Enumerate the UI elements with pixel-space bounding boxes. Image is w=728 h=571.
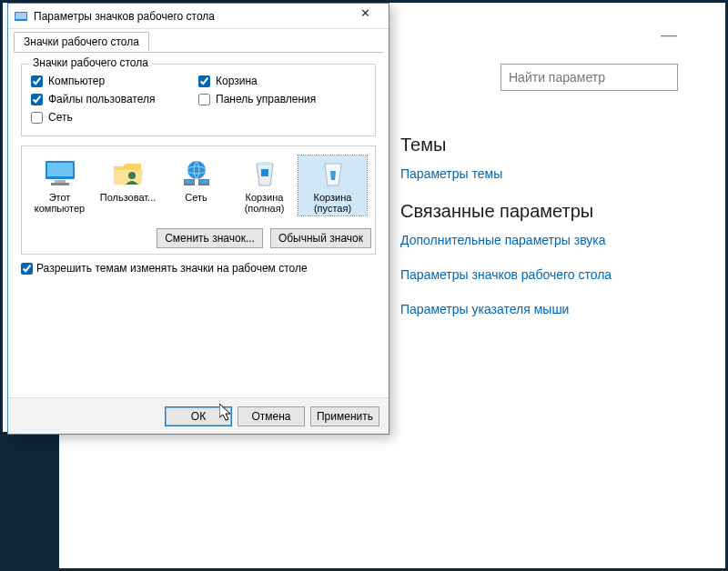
icon-network[interactable]: Сеть [162, 155, 230, 215]
default-icon-button[interactable]: Обычный значок [270, 228, 371, 248]
checkbox-user-files-label: Файлы пользователя [48, 93, 155, 105]
svg-point-7 [187, 161, 206, 179]
checkbox-allow-themes-label: Разрешить темам изменять значки на рабоч… [36, 262, 308, 275]
apply-button[interactable]: Применить [310, 406, 379, 426]
icon-recycle-full-label2: (полная) [232, 203, 297, 214]
group-label: Значки рабочего стола [29, 56, 152, 69]
dialog-icon [14, 9, 28, 24]
group-desktop-icons: Значки рабочего стола Компьютер Файлы по… [21, 64, 376, 136]
monitor-icon [42, 157, 78, 190]
checkbox-recycle-bin[interactable]: Корзина [198, 72, 366, 90]
dialog-footer: ОК Отмена Применить [8, 397, 389, 434]
icon-recycle-bin-empty[interactable]: Корзина (пустая) [298, 155, 367, 215]
svg-rect-1 [15, 13, 26, 19]
search-input[interactable] [500, 64, 678, 91]
tab-desktop-icons[interactable]: Значки рабочего стола [14, 32, 149, 52]
svg-point-6 [128, 172, 136, 179]
checkbox-user-files[interactable]: Файлы пользователя [31, 90, 198, 108]
icon-this-pc-label2: компьютер [27, 203, 92, 214]
ok-button[interactable]: ОК [165, 406, 232, 426]
svg-rect-12 [199, 180, 208, 184]
checkbox-recycle-bin-label: Корзина [216, 75, 258, 87]
cancel-button[interactable]: Отмена [238, 406, 305, 426]
link-desktop-icons-settings[interactable]: Параметры значков рабочего стола [400, 267, 696, 282]
checkbox-computer-label: Компьютер [48, 75, 105, 87]
checkbox-computer[interactable]: Компьютер [31, 72, 198, 90]
recycle-empty-icon [315, 157, 351, 190]
link-theme-settings[interactable]: Параметры темы [400, 166, 696, 181]
icon-this-pc[interactable]: Этот компьютер [25, 155, 94, 215]
icon-user-files[interactable]: Пользоват... [94, 155, 162, 215]
section-themes-heading: Темы [400, 135, 696, 155]
dialog-title-text: Параметры значков рабочего стола [34, 10, 215, 23]
checkbox-network[interactable]: Сеть [31, 108, 198, 126]
icon-preview-pane: Этот компьютер Пользоват... Сеть [21, 145, 376, 255]
section-related-heading: Связанные параметры [400, 201, 696, 222]
svg-rect-4 [55, 180, 66, 183]
dialog-tabs: Значки рабочего стола [8, 29, 389, 53]
checkbox-network-label: Сеть [48, 111, 73, 124]
icon-recycle-empty-label1: Корзина [300, 192, 365, 203]
checkbox-allow-themes[interactable]: Разрешить темам изменять значки на рабоч… [21, 262, 376, 275]
dialog-titlebar: Параметры значков рабочего стола ✕ [8, 4, 389, 29]
folder-user-icon [110, 157, 147, 190]
link-sound-settings[interactable]: Дополнительные параметры звука [400, 233, 696, 247]
icon-recycle-empty-label2: (пустая) [300, 203, 365, 214]
left-background-strip [3, 432, 59, 568]
svg-rect-5 [51, 183, 69, 185]
icon-recycle-bin-full[interactable]: Корзина (полная) [230, 155, 298, 215]
settings-content: Темы Параметры темы Связанные параметры … [400, 118, 696, 336]
link-mouse-pointer-settings[interactable]: Параметры указателя мыши [400, 302, 696, 316]
icon-recycle-full-label1: Корзина [232, 192, 297, 203]
icon-user-files-label: Пользоват... [96, 192, 160, 203]
close-button[interactable]: ✕ [347, 6, 383, 26]
icon-network-label: Сеть [164, 192, 228, 203]
change-icon-button[interactable]: Сменить значок... [157, 228, 263, 248]
settings-minimize-button[interactable]: — [651, 25, 687, 47]
desktop-icons-dialog: Параметры значков рабочего стола ✕ Значк… [7, 3, 389, 435]
recycle-full-icon [247, 157, 283, 190]
dialog-body: Значки рабочего стола Компьютер Файлы по… [8, 53, 389, 286]
svg-rect-11 [185, 180, 194, 184]
checkbox-control-panel-label: Панель управления [216, 93, 316, 105]
network-icon [178, 157, 215, 190]
svg-rect-3 [47, 163, 73, 176]
icon-this-pc-label1: Этот [27, 192, 92, 203]
checkbox-control-panel[interactable]: Панель управления [198, 90, 366, 108]
